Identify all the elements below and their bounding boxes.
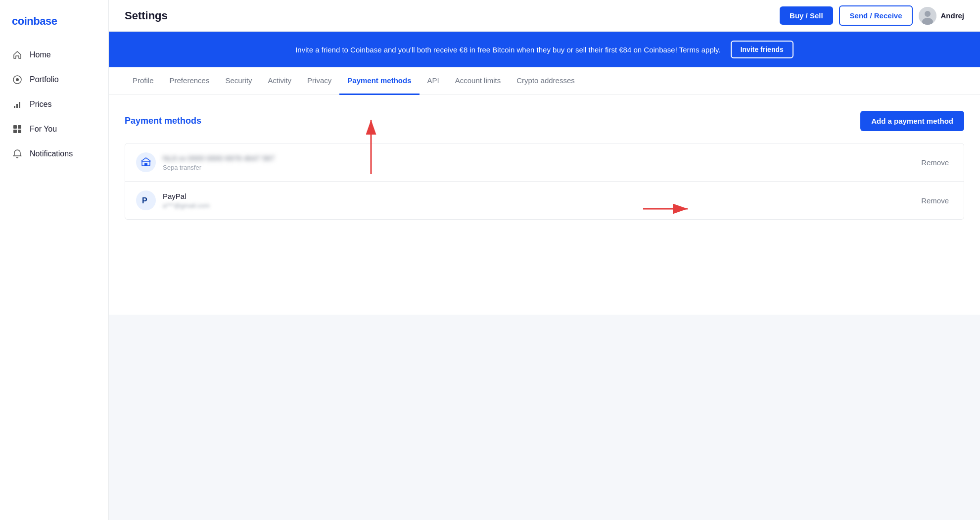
bank-icon [136, 152, 156, 172]
portfolio-icon [12, 74, 23, 85]
user-info: Andrej [919, 7, 964, 25]
sidebar-item-prices-label: Prices [30, 100, 51, 109]
tab-payment-methods[interactable]: Payment methods [339, 67, 419, 95]
svg-rect-5 [13, 125, 17, 129]
notifications-icon [12, 148, 23, 159]
tab-activity[interactable]: Activity [260, 67, 300, 95]
sepa-info: NL8 xx 0000 0000 6978 4647 587 Sepa tran… [163, 154, 275, 171]
tab-account-limits[interactable]: Account limits [447, 67, 509, 95]
sidebar-item-home[interactable]: Home [0, 43, 108, 67]
sepa-type: Sepa transfer [163, 164, 275, 171]
sidebar-item-notifications[interactable]: Notifications [0, 142, 108, 166]
promo-banner: Invite a friend to Coinbase and you'll b… [109, 32, 980, 67]
sepa-account-number: NL8 xx 0000 0000 6978 4647 587 [163, 154, 275, 162]
svg-text:P: P [142, 196, 147, 205]
svg-point-10 [925, 11, 931, 17]
svg-rect-7 [13, 130, 17, 133]
tab-api[interactable]: API [420, 67, 447, 95]
payment-item-paypal-left: P PayPal a***@gmail.com [136, 190, 210, 210]
paypal-icon: P [136, 190, 156, 210]
sidebar-item-portfolio-label: Portfolio [30, 75, 59, 84]
sidebar-item-notifications-label: Notifications [30, 149, 73, 158]
sidebar: coinbase Home Portfolio [0, 0, 109, 520]
send-receive-button[interactable]: Send / Receive [839, 5, 913, 26]
svg-rect-4 [19, 102, 20, 108]
sidebar-item-prices[interactable]: Prices [0, 92, 108, 117]
tab-crypto-addresses[interactable]: Crypto addresses [509, 67, 583, 95]
section-title: Payment methods [125, 116, 201, 126]
header: Settings Buy / Sell Send / Receive Andre… [109, 0, 980, 32]
payment-item-sepa-left: NL8 xx 0000 0000 6978 4647 587 Sepa tran… [136, 152, 275, 172]
svg-rect-17 [144, 163, 147, 166]
tab-privacy[interactable]: Privacy [299, 67, 339, 95]
tab-profile[interactable]: Profile [125, 67, 162, 95]
home-icon [12, 49, 23, 60]
for-you-icon [12, 124, 23, 135]
avatar [919, 7, 936, 25]
svg-rect-6 [18, 125, 21, 129]
page-title: Settings [125, 9, 168, 22]
svg-rect-2 [14, 106, 15, 108]
payment-item-sepa: NL8 xx 0000 0000 6978 4647 587 Sepa tran… [125, 143, 964, 182]
svg-point-1 [16, 78, 19, 81]
payment-list: NL8 xx 0000 0000 6978 4647 587 Sepa tran… [125, 143, 964, 220]
tab-preferences[interactable]: Preferences [162, 67, 218, 95]
remove-paypal-button[interactable]: Remove [917, 194, 953, 207]
settings-tabs: Profile Preferences Security Activity Pr… [109, 67, 980, 95]
prices-icon [12, 99, 23, 110]
paypal-email: a***@gmail.com [163, 202, 210, 209]
sidebar-item-for-you-label: For You [30, 125, 57, 134]
svg-rect-3 [16, 104, 18, 108]
user-name: Andrej [940, 11, 964, 20]
sidebar-item-portfolio[interactable]: Portfolio [0, 67, 108, 92]
buy-sell-button[interactable]: Buy / Sell [780, 6, 833, 25]
main-content: Settings Buy / Sell Send / Receive Andre… [109, 0, 980, 520]
remove-sepa-button[interactable]: Remove [917, 156, 953, 169]
sidebar-item-home-label: Home [30, 50, 51, 59]
tab-security[interactable]: Security [217, 67, 260, 95]
payment-item-paypal: P PayPal a***@gmail.com Remove [125, 182, 964, 219]
paypal-name: PayPal [163, 192, 210, 200]
header-actions: Buy / Sell Send / Receive Andrej [780, 5, 964, 26]
logo-text: coinbase [12, 15, 57, 27]
content-card: Profile Preferences Security Activity Pr… [109, 67, 980, 315]
section-header: Payment methods Add a payment method [125, 111, 964, 131]
payment-methods-section: Payment methods Add a payment method [109, 95, 980, 236]
paypal-info: PayPal a***@gmail.com [163, 192, 210, 209]
invite-friends-button[interactable]: Invite friends [731, 41, 793, 58]
banner-text: Invite a friend to Coinbase and you'll b… [295, 46, 720, 54]
svg-rect-8 [18, 130, 21, 133]
sidebar-item-for-you[interactable]: For You [0, 117, 108, 142]
sidebar-nav: Home Portfolio Prices [0, 43, 108, 166]
logo[interactable]: coinbase [0, 10, 108, 43]
add-payment-method-button[interactable]: Add a payment method [860, 111, 964, 131]
